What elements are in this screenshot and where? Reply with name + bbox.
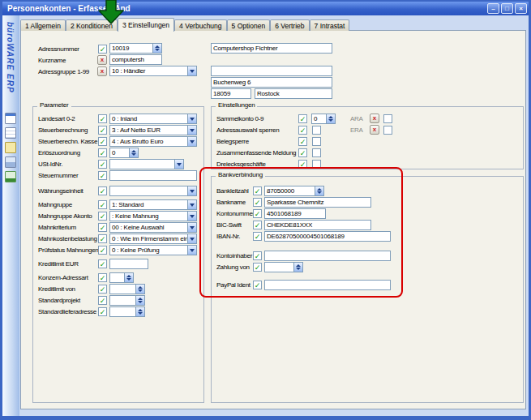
zusammenfassende-meldung-checkbox[interactable]: [298, 148, 307, 157]
calculator-icon[interactable]: [5, 156, 16, 168]
steuerberechnung-select[interactable]: 3 : Auf Netto EUR: [109, 125, 197, 135]
name1-field[interactable]: Computershop Fichtner: [211, 43, 332, 54]
dropdown-arrow-icon[interactable]: [187, 66, 197, 76]
bic-swift-field[interactable]: CHEKDE81XXX: [264, 220, 371, 230]
iban-checkbox[interactable]: [253, 232, 262, 241]
era-clear-button[interactable]: [370, 125, 379, 135]
bankleitzahl-field[interactable]: 87050000: [264, 186, 324, 196]
standardlieferadresse-field[interactable]: [109, 306, 145, 317]
mahngruppe-checkbox[interactable]: [98, 200, 107, 209]
minimize-button[interactable]: –: [487, 3, 499, 14]
steuerberechnung-checkbox[interactable]: [98, 126, 107, 135]
erloeszuordnung-field[interactable]: 0: [109, 148, 139, 158]
adressgruppe-clear-button[interactable]: [97, 66, 107, 76]
bankname-checkbox[interactable]: [253, 198, 262, 207]
tab-intrastat[interactable]: 7 Intrastat: [310, 19, 350, 31]
bankleitzahl-checkbox[interactable]: [253, 186, 262, 195]
close-button[interactable]: ×: [515, 3, 527, 14]
spinner-icon[interactable]: [152, 43, 162, 54]
steuerberechn-kasse-select[interactable]: 4 : Aus Brutto Euro: [109, 136, 197, 147]
erloeszuordnung-checkbox[interactable]: [98, 148, 107, 157]
dropdown-arrow-icon[interactable]: [187, 125, 197, 135]
belegsperre-value-checkbox[interactable]: [312, 137, 321, 146]
steuernummer-checkbox[interactable]: [98, 171, 107, 180]
pruefstatus-checkbox[interactable]: [98, 246, 107, 255]
maximize-button[interactable]: □: [501, 3, 513, 14]
landesart-checkbox[interactable]: [98, 114, 107, 123]
mahngruppe-akonto-select[interactable]: : Keine Mahnung: [109, 211, 197, 221]
kreditlimit-von-checkbox[interactable]: [98, 285, 107, 294]
mahnkostenbelastung-checkbox[interactable]: [98, 234, 107, 243]
kurzname-clear-button[interactable]: [97, 55, 107, 65]
kreditlimit-eur-field[interactable]: [109, 259, 148, 269]
dropdown-arrow-icon[interactable]: [187, 234, 197, 244]
konzern-adressart-field[interactable]: [109, 272, 134, 283]
dropdown-arrow-icon[interactable]: [174, 159, 184, 169]
standardlieferadresse-checkbox[interactable]: [98, 307, 107, 316]
era-checkbox[interactable]: [383, 126, 392, 135]
zahlung-von-checkbox[interactable]: [253, 263, 262, 272]
spinner-icon[interactable]: [135, 284, 145, 294]
belegsperre-checkbox[interactable]: [298, 137, 307, 146]
form-icon[interactable]: [5, 113, 16, 124]
ort-field[interactable]: Rostock: [255, 88, 332, 99]
mahngruppe-select[interactable]: 1: Standard: [109, 199, 197, 210]
standardprojekt-field[interactable]: [109, 295, 145, 306]
adressnummer-checkbox[interactable]: [98, 45, 107, 54]
pruefstatus-select[interactable]: 0 : Keine Prüfung: [109, 245, 197, 255]
spinner-icon[interactable]: [129, 148, 139, 158]
dropdown-arrow-icon[interactable]: [187, 199, 197, 210]
landesart-select[interactable]: 0 : Inland: [109, 114, 197, 124]
zahlung-von-field[interactable]: [264, 262, 303, 272]
ara-checkbox[interactable]: [383, 114, 392, 123]
steuerberechn-kasse-checkbox[interactable]: [98, 137, 107, 146]
spinner-icon[interactable]: [293, 262, 303, 272]
tab-vertrieb[interactable]: 6 Vertrieb: [270, 19, 309, 31]
kurzname-field[interactable]: computersh: [109, 54, 162, 65]
kontoinhaber-field[interactable]: [264, 251, 391, 261]
adressgruppe-select[interactable]: 10 : Händler: [109, 66, 197, 76]
title-bar[interactable]: Personenkonten - Erfassen/Änd: [2, 2, 529, 15]
tab-optionen[interactable]: 5 Optionen: [227, 19, 271, 31]
table-icon[interactable]: [5, 127, 16, 139]
spinner-icon[interactable]: [326, 114, 336, 124]
chart-icon[interactable]: [5, 171, 16, 182]
dropdown-arrow-icon[interactable]: [187, 245, 197, 255]
standardprojekt-checkbox[interactable]: [98, 296, 107, 305]
waehrungseinheit-select[interactable]: [109, 186, 197, 196]
paypal-ident-field[interactable]: [264, 280, 391, 290]
konzern-adressart-checkbox[interactable]: [98, 273, 107, 282]
plz-field[interactable]: 18059: [211, 88, 251, 99]
tab-verbuchung[interactable]: 4 Verbuchung: [174, 19, 226, 31]
tab-allgemein[interactable]: 1 Allgemein: [20, 19, 66, 31]
spinner-icon[interactable]: [135, 295, 145, 306]
steuernummer-field[interactable]: [109, 170, 197, 181]
ustidnr-select[interactable]: [109, 159, 184, 169]
bic-swift-checkbox[interactable]: [253, 221, 262, 229]
kontonummer-checkbox[interactable]: [253, 209, 262, 218]
dropdown-arrow-icon[interactable]: [187, 114, 197, 124]
dropdown-arrow-icon[interactable]: [187, 136, 197, 147]
adressauswahl-sperren-checkbox[interactable]: [298, 126, 307, 135]
mahnkriterium-checkbox[interactable]: [98, 223, 107, 232]
kontoinhaber-checkbox[interactable]: [253, 251, 262, 260]
dropdown-arrow-icon[interactable]: [187, 186, 197, 196]
spinner-icon[interactable]: [135, 306, 145, 317]
dreiecksgeschaefte-value-checkbox[interactable]: [312, 160, 321, 169]
spinner-icon[interactable]: [315, 186, 324, 196]
dreiecksgeschaefte-checkbox[interactable]: [298, 160, 307, 169]
iban-field[interactable]: DE62870500004501068189: [264, 231, 391, 242]
mahngruppe-akonto-checkbox[interactable]: [98, 212, 107, 221]
spinner-icon[interactable]: [124, 272, 134, 283]
adressnummer-field[interactable]: 10019: [109, 43, 162, 54]
ustidnr-checkbox[interactable]: [98, 160, 107, 169]
kreditlimit-eur-checkbox[interactable]: [98, 259, 107, 268]
mahnkostenbelastung-select[interactable]: 0 : Wie im Firmenstamm eing: [109, 234, 197, 244]
strasse-field[interactable]: Buchenweg 6: [211, 77, 332, 88]
ara-clear-button[interactable]: [370, 114, 379, 123]
kreditlimit-von-field[interactable]: [109, 284, 145, 294]
zusammenfassende-meldung-value-checkbox[interactable]: [312, 148, 321, 157]
adressauswahl-sperren-value-checkbox[interactable]: [312, 126, 321, 135]
paypal-ident-checkbox[interactable]: [253, 281, 262, 289]
dropdown-arrow-icon[interactable]: [187, 222, 197, 233]
